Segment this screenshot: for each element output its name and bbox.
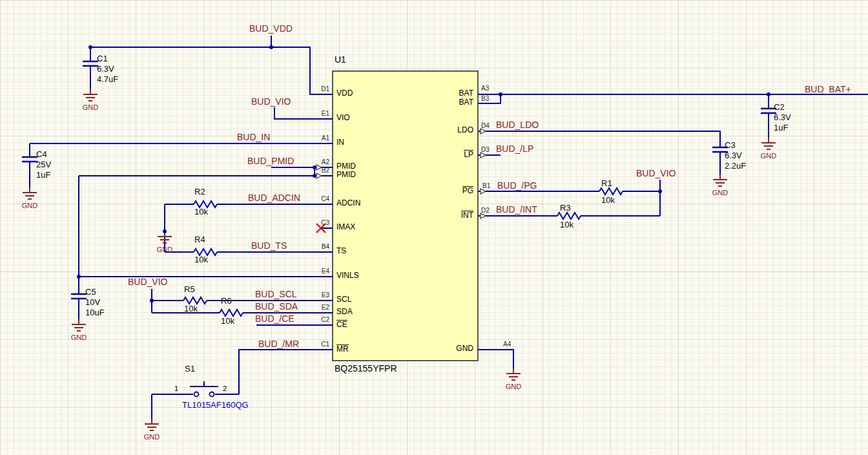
pin-name-ce: CE [336,320,347,329]
ic-designator[interactable]: U1 [335,54,346,65]
c4-designator[interactable]: C4 [36,150,47,160]
r6-value[interactable]: 10k [221,317,234,326]
c2-value[interactable]: 1uF [774,123,788,133]
pin-des-d2: D2 [481,207,490,215]
ic-part-number[interactable]: BQ25155YFPR [335,363,397,374]
junction-dot [88,45,92,49]
gnd-symbol[interactable] [83,89,98,101]
wire-gnd-a4[interactable] [478,350,513,368]
schematic-canvas[interactable]: BUD_VDD BUD_VIO BUD_IN BUD_PMID BUD_ADCI… [0,0,868,455]
pin-des-c4: C4 [304,195,329,203]
c1-value[interactable]: 4.7uF [97,75,118,85]
junction-dot [499,92,502,96]
c2-rating[interactable]: 6.3V [774,113,791,123]
gnd-symbol[interactable] [506,368,521,380]
gnd-label[interactable]: GND [754,152,783,160]
junction-dot [163,229,167,233]
r2-value[interactable]: 10k [194,207,208,217]
pin-des-d1: D1 [304,85,329,93]
r1-designator[interactable]: R1 [601,179,612,189]
net-label-bud-vio-1[interactable]: BUD_VIO [251,96,291,107]
pin-name-scl: SCL [336,295,351,304]
r2-designator[interactable]: R2 [194,187,205,197]
r3-value[interactable]: 10k [560,220,574,230]
net-label-bud-adcin[interactable]: BUD_ADCIN [248,193,300,203]
pin-des-e4: E4 [304,268,329,275]
net-label-bud-int[interactable]: BUD_/INT [496,204,537,215]
net-label-bud-ts[interactable]: BUD_TS [251,240,287,251]
pin-name-ts: TS [336,247,346,256]
pin-des-c1: C1 [304,341,329,348]
r5-designator[interactable]: R5 [184,285,195,295]
gnd-label[interactable]: GND [16,202,44,210]
pin-des-a1: A1 [304,134,329,142]
c4-rating[interactable]: 25V [36,160,51,170]
r5-value[interactable]: 10k [184,304,198,314]
net-label-bud-vio-3[interactable]: BUD_VIO [636,168,676,178]
net-label-bud-pmid[interactable]: BUD_PMID [247,156,294,166]
c5-rating[interactable]: 10V [85,298,100,308]
capacitor-c5[interactable] [71,294,87,319]
gnd-symbol[interactable] [72,319,86,331]
c1-rating[interactable]: 6.3V [97,65,114,74]
r4-value[interactable]: 10k [194,255,208,265]
c3-value[interactable]: 2.2uF [725,162,746,171]
resistor-r3[interactable] [557,213,581,219]
junction-dot [77,275,81,279]
pin-name-bat-a3: BAT [459,89,473,98]
s1-part-number[interactable]: TL1015AF160QG [182,401,249,410]
junction-dot [658,189,662,193]
net-label-bud-vio-2[interactable]: BUD_VIO [128,277,167,287]
net-label-bud-pg[interactable]: BUD_/PG [497,180,537,191]
gnd-label[interactable]: GND [150,246,179,254]
r6-designator[interactable]: R6 [221,297,232,306]
gnd-symbol[interactable] [761,138,776,149]
pin-name-vinls: VINLS [336,271,359,280]
net-label-bud-lp[interactable]: BUD_/LP [496,143,533,154]
r1-value[interactable]: 10k [601,196,615,206]
net-label-bud-mr[interactable]: BUD_/MR [258,339,299,349]
net-label-bud-vdd[interactable]: BUD_VDD [249,23,293,34]
net-label-bud-scl[interactable]: BUD_SCL [255,289,297,299]
c5-designator[interactable]: C5 [85,288,96,297]
s1-designator[interactable]: S1 [185,365,195,374]
s1-pin1-number: 1 [174,385,178,393]
c2-designator[interactable]: C2 [774,103,785,112]
gnd-symbol[interactable] [713,175,727,186]
net-label-bud-sda[interactable]: BUD_SDA [255,301,298,312]
capacitor-c1[interactable] [83,47,98,89]
s1-pin2-number: 2 [223,385,227,393]
wire-bud-vdd[interactable] [90,47,333,94]
junction-dot [269,45,273,49]
wire-bud-mr[interactable] [239,350,333,394]
net-label-bud-ldo[interactable]: BUD_LDO [496,120,539,130]
pin-name-imax: IMAX [336,223,355,232]
gnd-label[interactable]: GND [65,333,93,342]
c5-value[interactable]: 10uF [85,308,105,318]
pin-des-c2: C2 [304,316,329,324]
capacitor-c4[interactable] [22,143,37,187]
r3-designator[interactable]: R3 [560,204,571,213]
ic-body[interactable] [333,71,478,361]
net-label-bud-bat[interactable]: BUD_BAT+ [805,84,851,94]
pin-des-a2: A2 [304,158,329,166]
pin-des-e2: E2 [304,304,329,312]
pin-des-d4: D4 [481,122,490,130]
gnd-label[interactable]: GND [138,433,166,441]
r4-designator[interactable]: R4 [194,235,205,245]
gnd-symbol[interactable] [23,187,37,199]
c4-value[interactable]: 1uF [36,171,50,180]
gnd-label[interactable]: GND [499,383,528,391]
c1-designator[interactable]: C1 [97,54,108,64]
c3-rating[interactable]: 6.3V [725,151,742,161]
resistor-r1[interactable] [599,188,623,195]
pin-name-vio: VIO [336,114,350,123]
net-label-bud-in[interactable]: BUD_IN [237,132,270,142]
c3-designator[interactable]: C3 [725,141,736,151]
gnd-symbol[interactable] [145,419,159,430]
gnd-label[interactable]: GND [706,189,734,197]
pin-name-gnd: GND [456,344,473,354]
pin-des-b3: B3 [481,95,489,103]
net-label-bud-ce[interactable]: BUD_/CE [255,313,294,324]
gnd-label[interactable]: GND [76,103,105,112]
